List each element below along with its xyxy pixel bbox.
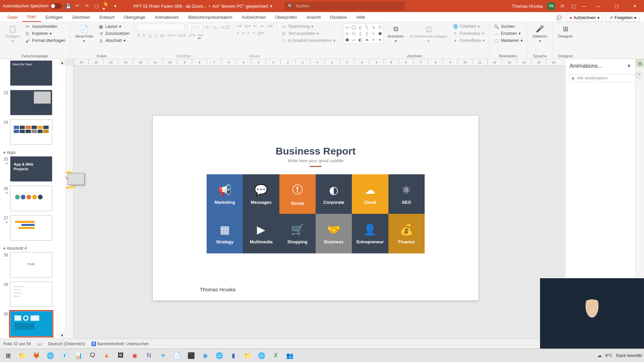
tab-hilfe[interactable]: Hilfe bbox=[352, 13, 370, 22]
shadow-button[interactable]: ab bbox=[160, 33, 165, 38]
ribbon-mode-icon[interactable]: ▢ bbox=[570, 3, 576, 9]
file-explorer-icon[interactable]: 📁 bbox=[16, 350, 28, 361]
section-header[interactable]: ▾Abschnitt 4 bbox=[1, 245, 65, 252]
replace-button[interactable]: ↔Ersetzen▾ bbox=[493, 31, 523, 37]
tile-business[interactable]: 🤝Business bbox=[316, 214, 352, 253]
author-label[interactable]: Thomas Hruska bbox=[200, 287, 235, 292]
tab-ansicht[interactable]: Ansicht bbox=[302, 13, 325, 22]
tile-marketing[interactable]: 📢Marketing bbox=[207, 174, 243, 214]
dictate-button[interactable]: 🎤Diktieren▾ bbox=[531, 23, 549, 44]
weather-cond[interactable]: Stark bewölkt bbox=[616, 353, 642, 358]
app-icon[interactable]: 📁 bbox=[241, 350, 254, 361]
tile-social[interactable]: ⓣSocial bbox=[279, 174, 316, 214]
slide-thumbnail[interactable]: ━━━━━━━━━━━━━━━━━━━━━━ bbox=[10, 282, 52, 307]
toggle-switch-icon[interactable] bbox=[50, 3, 62, 9]
powerpoint-icon[interactable]: 📊 bbox=[72, 350, 85, 361]
tile-shopping[interactable]: 🛒Shopping bbox=[279, 214, 316, 253]
minimize-button[interactable]: — bbox=[592, 0, 605, 12]
font-size-select[interactable]: 23,6 bbox=[187, 23, 203, 31]
strike-button[interactable]: S bbox=[154, 33, 157, 38]
align-left-button[interactable]: ≡ bbox=[237, 31, 239, 36]
slide-subtitle[interactable]: Write here your great subtitle bbox=[153, 158, 478, 163]
help-icon[interactable]: ? bbox=[635, 72, 642, 78]
section-header[interactable]: ▾Apps bbox=[1, 149, 65, 156]
telegram-icon[interactable]: ✈ bbox=[157, 350, 169, 361]
justify-button[interactable]: ≡ bbox=[253, 31, 255, 36]
play-all-button[interactable]: ▶Alle wiedergeben bbox=[569, 74, 641, 82]
pane-tab-button[interactable]: ▤ bbox=[636, 59, 644, 68]
user-name-label[interactable]: Thomas Hruska bbox=[512, 4, 543, 9]
more-qa-icon[interactable]: ▾ bbox=[112, 3, 118, 9]
new-slide-button[interactable]: 📄Neue Folie▾ bbox=[73, 23, 95, 44]
tab-entwurf[interactable]: Entwurf bbox=[95, 13, 119, 22]
line-spacing-button[interactable]: ↕≡▾ bbox=[266, 23, 273, 28]
tab-ueberpruefen[interactable]: Überprüfen bbox=[270, 13, 302, 22]
tile-cloud[interactable]: ☁Cloud bbox=[352, 174, 388, 214]
accessibility-label[interactable]: ♿ Barrierefreiheit: Untersuchen bbox=[91, 342, 149, 346]
align-text-button[interactable]: ⊟Text ausrichten▾ bbox=[280, 31, 336, 37]
tile-finance[interactable]: 💰Finance bbox=[388, 214, 425, 253]
search-input[interactable]: 🔍 Suchen bbox=[284, 2, 405, 10]
grow-font-icon[interactable]: A↑ bbox=[205, 25, 210, 30]
app-icon[interactable]: 🖼 bbox=[115, 350, 127, 361]
find-button[interactable]: 🔍Suchen bbox=[493, 23, 523, 29]
tile-multimedia[interactable]: ▶Multimedia bbox=[243, 214, 279, 253]
app-icon[interactable]: ◉ bbox=[199, 350, 211, 361]
app-icon[interactable]: 🌐 bbox=[213, 350, 225, 361]
bold-button[interactable]: F bbox=[138, 33, 140, 38]
tile-corporate[interactable]: ◐Corporate bbox=[316, 174, 352, 214]
redo-icon[interactable]: ↷ bbox=[84, 3, 90, 9]
app-icon[interactable]: ▮ bbox=[227, 350, 239, 361]
vlc-icon[interactable]: ▲ bbox=[101, 350, 113, 361]
underline-button[interactable]: U bbox=[149, 33, 152, 38]
shapes-gallery[interactable]: ▭◯△╲↘⬡ ◇⬠{}☆⬟ ⬢▱◐➤✧▾ bbox=[343, 23, 384, 44]
tab-start[interactable]: Start bbox=[22, 12, 41, 22]
scroll-down-icon[interactable]: ▾ bbox=[59, 333, 65, 338]
minimize-ribbon-icon[interactable]: — bbox=[581, 3, 587, 9]
bullets-button[interactable]: ≡▾ bbox=[237, 23, 242, 28]
undo-icon[interactable]: ↶ bbox=[74, 3, 80, 9]
tab-zeichnen[interactable]: Zeichnen bbox=[67, 13, 95, 22]
italic-button[interactable]: K bbox=[143, 33, 146, 38]
autosave-toggle[interactable]: Automatisches Speichern bbox=[3, 3, 62, 9]
weather-temp[interactable]: 9°C bbox=[605, 353, 612, 358]
format-painter-button[interactable]: 🖌Format übertragen bbox=[24, 38, 66, 44]
layout-button[interactable]: ▦Layout▾ bbox=[97, 23, 130, 29]
text-direction-button[interactable]: ↕ATextrichtung▾ bbox=[280, 23, 336, 29]
slide-thumbnail[interactable] bbox=[10, 119, 52, 145]
columns-button[interactable]: ▥▾ bbox=[258, 31, 264, 36]
spacing-button[interactable]: AV▾ bbox=[167, 33, 175, 38]
maximize-button[interactable]: ▢ bbox=[610, 0, 623, 12]
start-button[interactable]: ⊞ bbox=[2, 350, 14, 361]
touch-mode-icon[interactable]: 👆▾ bbox=[103, 3, 109, 9]
case-button[interactable]: Aa▾ bbox=[178, 33, 186, 38]
slide-thumbnails-panel[interactable]: ▴ Meet the Team 23 24 ▾Apps 25★App & Web… bbox=[0, 59, 66, 339]
slide-thumbnail[interactable] bbox=[10, 215, 52, 241]
reset-button[interactable]: ↺Zurücksetzen bbox=[97, 31, 130, 37]
spellcheck-icon[interactable]: 📖 bbox=[37, 342, 42, 346]
slide-thumbnail[interactable] bbox=[10, 90, 52, 115]
avatar[interactable]: TH bbox=[547, 2, 555, 10]
arrange-button[interactable]: ⧉Anordnen▾ bbox=[386, 23, 406, 44]
quick-styles-button[interactable]: ◫Schnellformat-vorlagen▾ bbox=[408, 23, 450, 44]
weather-icon[interactable]: ☁ bbox=[597, 353, 602, 358]
font-color-button[interactable]: A▾ bbox=[198, 33, 203, 38]
smartart-button[interactable]: ⬡In SmartArt konvertieren▾ bbox=[280, 38, 336, 44]
app-icon[interactable]: 📄 bbox=[171, 350, 183, 361]
save-icon[interactable]: 💾 bbox=[65, 3, 71, 9]
slide-thumbnail[interactable]: Meet the Team bbox=[10, 60, 52, 86]
select-button[interactable]: ⬚Markieren▾ bbox=[493, 38, 523, 44]
tab-bildschirm[interactable]: Bildschirmpräsentation bbox=[183, 13, 237, 22]
app-icon[interactable]: ◉ bbox=[129, 350, 141, 361]
outdent-button[interactable]: ⇤ bbox=[253, 23, 257, 28]
excel-icon[interactable]: X bbox=[270, 350, 282, 361]
slide-counter[interactable]: Folie 32 von 58 bbox=[3, 342, 31, 346]
chrome-icon[interactable]: 🌐 bbox=[44, 350, 56, 361]
tab-einfuegen[interactable]: Einfügen bbox=[41, 13, 67, 22]
section-button[interactable]: §Abschnitt▾ bbox=[97, 38, 130, 44]
onenote-icon[interactable]: N bbox=[143, 350, 155, 361]
shrink-font-icon[interactable]: A↓ bbox=[213, 25, 218, 30]
tile-messages[interactable]: 💬Messages bbox=[243, 174, 279, 214]
shape-effects-button[interactable]: ✦Formeffekte▾ bbox=[452, 38, 486, 44]
freigeben-button[interactable]: ↗Freigeben▾ bbox=[606, 14, 640, 22]
